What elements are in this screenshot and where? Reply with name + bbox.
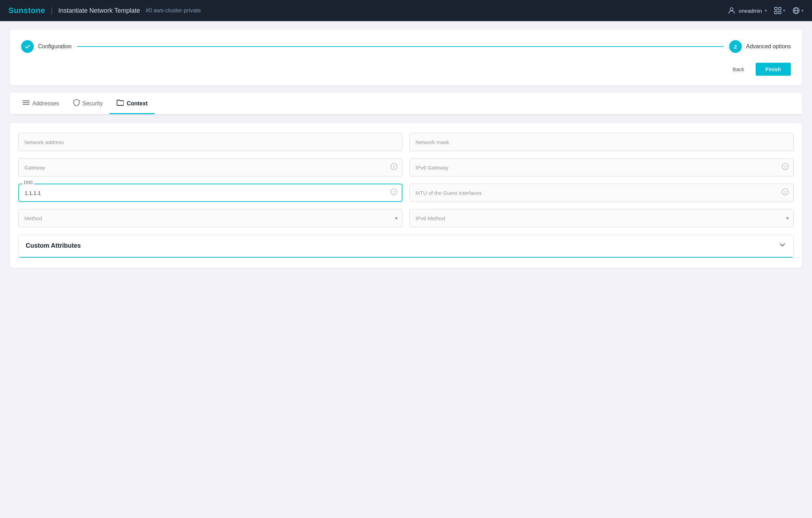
- ipv6-gateway-help-icon[interactable]: ?: [782, 163, 789, 172]
- tab-security-label: Security: [82, 100, 103, 107]
- page-subtitle: #0 aws-cluster-private: [146, 7, 201, 14]
- ipv6-gateway-input[interactable]: [410, 158, 794, 177]
- back-button[interactable]: Back: [727, 63, 750, 75]
- user-menu[interactable]: oneadmin ▾: [727, 6, 767, 15]
- tabs-bar: Addresses Security Context: [10, 93, 802, 115]
- custom-attributes-header[interactable]: Custom Attributes: [19, 235, 793, 258]
- tab-context[interactable]: Context: [110, 93, 155, 114]
- addresses-icon: [23, 100, 30, 107]
- svg-rect-4: [779, 11, 781, 14]
- chevron-down-icon: [779, 241, 786, 249]
- wizard-actions: Back Finish: [21, 63, 791, 76]
- grid-chevron: ▾: [783, 8, 785, 13]
- gateway-field: ?: [18, 158, 402, 177]
- mtu-help-icon[interactable]: ?: [782, 189, 789, 197]
- tab-addresses[interactable]: Addresses: [16, 93, 66, 114]
- custom-attributes-section: Custom Attributes: [18, 234, 794, 258]
- svg-text:?: ?: [784, 164, 787, 169]
- step-1: Configuration: [21, 40, 72, 53]
- hamburger-icon: [23, 100, 30, 105]
- brand-logo[interactable]: Sunstone: [8, 6, 45, 15]
- step-2: 2 Advanced options: [729, 40, 791, 53]
- help-circle-icon-4: ?: [782, 189, 789, 196]
- globe-menu[interactable]: ▾: [792, 7, 804, 14]
- user-icon: [727, 6, 736, 15]
- form-row-4: Method ▾ IPv6 Method ▾: [18, 209, 794, 227]
- method-select[interactable]: Method: [18, 209, 402, 227]
- context-icon: [117, 99, 124, 107]
- svg-text:?: ?: [784, 190, 787, 195]
- tab-addresses-label: Addresses: [32, 100, 59, 107]
- step-1-label: Configuration: [38, 43, 72, 50]
- nav-right: oneadmin ▾ ▾ ▾: [727, 6, 804, 15]
- svg-rect-1: [775, 7, 777, 10]
- network-address-field: [18, 133, 402, 151]
- security-icon: [73, 99, 80, 108]
- gateway-help-icon[interactable]: ?: [390, 163, 398, 172]
- svg-rect-2: [779, 7, 781, 10]
- nav-separator: |: [51, 7, 53, 15]
- ipv6-method-field: IPv6 Method ▾: [410, 209, 794, 227]
- tab-security[interactable]: Security: [66, 93, 110, 115]
- step-connector: [77, 46, 724, 47]
- help-circle-icon-2: ?: [782, 163, 789, 170]
- form-row-2: ? ?: [18, 158, 794, 177]
- svg-text:?: ?: [393, 164, 395, 169]
- network-address-input[interactable]: [18, 133, 402, 151]
- gateway-input[interactable]: [18, 158, 402, 177]
- dns-help-icon[interactable]: ?: [390, 189, 398, 197]
- network-mask-field: [410, 133, 794, 151]
- custom-attributes-title: Custom Attributes: [26, 242, 81, 249]
- form-row-3: DNS ? ?: [18, 184, 794, 202]
- grid-icon: [774, 7, 782, 14]
- tabs-card: Addresses Security Context: [10, 93, 802, 115]
- form-row-1: [18, 133, 794, 151]
- main-content: Configuration 2 Advanced options Back Fi…: [0, 21, 812, 276]
- step-2-label: Advanced options: [746, 43, 791, 50]
- page-title: Instantiate Network Template: [58, 7, 140, 14]
- checkmark-icon: [24, 43, 31, 50]
- user-label: oneadmin: [739, 8, 762, 14]
- svg-text:?: ?: [393, 190, 395, 195]
- help-circle-icon: ?: [390, 163, 398, 170]
- finish-button[interactable]: Finish: [756, 63, 791, 76]
- step-2-circle: 2: [729, 40, 742, 53]
- ipv6-gateway-field: ?: [410, 158, 794, 177]
- form-content: ? ? DNS: [10, 123, 802, 268]
- ipv6-method-select[interactable]: IPv6 Method: [410, 209, 794, 227]
- dns-field: DNS ?: [18, 184, 402, 202]
- custom-attributes-chevron: [779, 241, 786, 251]
- globe-chevron: ▾: [801, 8, 804, 13]
- top-navigation: Sunstone | Instantiate Network Template …: [0, 0, 812, 21]
- network-mask-input[interactable]: [410, 133, 794, 151]
- method-field: Method ▾: [18, 209, 402, 227]
- dns-input[interactable]: [18, 184, 402, 202]
- mtu-field: ?: [410, 184, 794, 202]
- mtu-input[interactable]: [410, 184, 794, 202]
- steps-row: Configuration 2 Advanced options: [21, 40, 791, 53]
- svg-rect-3: [775, 11, 777, 14]
- globe-icon: [792, 7, 800, 14]
- user-chevron: ▾: [765, 8, 767, 13]
- wizard-card: Configuration 2 Advanced options Back Fi…: [10, 30, 802, 86]
- grid-menu[interactable]: ▾: [774, 7, 785, 14]
- tab-context-label: Context: [127, 100, 148, 107]
- svg-point-0: [730, 8, 733, 11]
- shield-icon: [73, 99, 80, 106]
- folder-icon: [117, 99, 124, 106]
- help-circle-icon-3: ?: [390, 189, 398, 196]
- step-1-circle: [21, 40, 34, 53]
